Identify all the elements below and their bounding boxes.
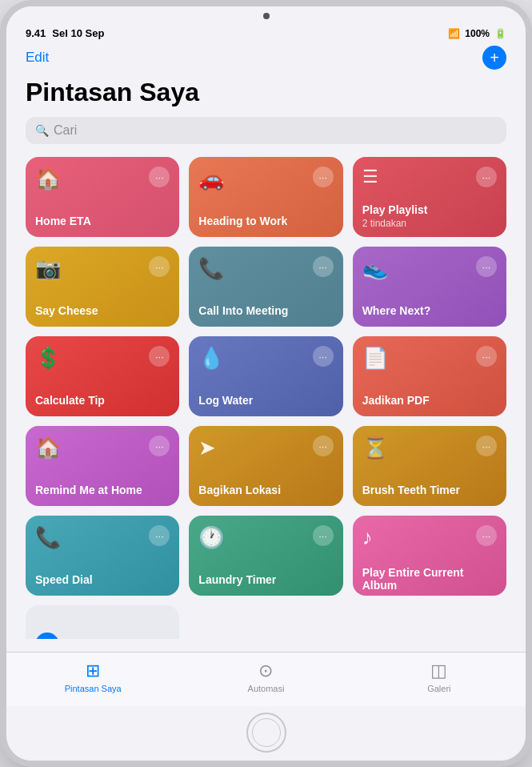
status-date: Sel 10 Sep [52, 27, 104, 39]
card-title-play-playlist: Play Playlist [362, 203, 497, 216]
card-icon-call-into-meeting: 📞 [198, 256, 224, 281]
card-title-say-cheese: Say Cheese [35, 304, 170, 317]
home-button-inner [252, 718, 281, 747]
edit-button[interactable]: Edit [26, 50, 49, 66]
shortcut-card-home-eta[interactable]: 🏠 ··· Home ETA [26, 157, 179, 237]
plus-icon: + [490, 49, 499, 67]
card-title-where-next: Where Next? [362, 304, 497, 317]
page-title: Pintasan Saya [6, 78, 526, 117]
card-icon-bagikan-lokasi: ➤ [198, 436, 216, 460]
card-more-heading-to-work[interactable]: ··· [313, 167, 334, 187]
card-more-speed-dial[interactable]: ··· [149, 525, 170, 546]
create-shortcut-card[interactable]: + Buat Pintasan [26, 605, 179, 639]
card-title-brush-teeth-timer: Brush Teeth Timer [362, 484, 497, 496]
card-title-speed-dial: Speed Dial [35, 573, 170, 586]
shortcut-card-heading-to-work[interactable]: 🚗 ··· Heading to Work [189, 157, 342, 237]
battery-status: 100% [465, 28, 490, 39]
card-icon-home-eta: 🏠 [35, 167, 61, 191]
card-icon-remind-me-at-home: 🏠 [35, 436, 61, 460]
card-more-bagikan-lokasi[interactable]: ··· [313, 436, 334, 456]
add-button[interactable]: + [482, 46, 506, 70]
home-button[interactable] [246, 713, 286, 753]
shortcuts-grid: 🏠 ··· Home ETA 🚗 ··· Heading to Work [6, 157, 526, 639]
top-nav: Edit + [6, 42, 526, 78]
card-title-log-water: Log Water [198, 394, 333, 407]
tab-automation[interactable]: ⊙ Automasi [179, 661, 352, 693]
card-icon-where-next: 👟 [362, 256, 388, 281]
wifi-icon: 📶 [448, 28, 460, 39]
shortcut-card-laundry-timer[interactable]: 🕐 ··· Laundry Timer [189, 516, 342, 596]
card-icon-brush-teeth-timer: ⏳ [362, 436, 388, 460]
card-more-call-into-meeting[interactable]: ··· [313, 256, 334, 277]
shortcut-card-log-water[interactable]: 💧 ··· Log Water [189, 336, 342, 416]
card-title-home-eta: Home ETA [35, 215, 170, 227]
card-title-bagikan-lokasi: Bagikan Lokasi [198, 484, 333, 496]
shortcut-card-play-entire-current-album[interactable]: ♪ ··· Play Entire Current Album [353, 516, 506, 596]
status-time: 9.41 [26, 27, 46, 39]
card-icon-heading-to-work: 🚗 [198, 167, 224, 191]
card-icon-speed-dial: 📞 [35, 525, 61, 550]
card-icon-jadikan-pdf: 📄 [362, 346, 388, 371]
card-icon-calculate-tip: 💲 [35, 346, 61, 371]
card-icon-say-cheese: 📷 [35, 256, 61, 281]
card-more-brush-teeth-timer[interactable]: ··· [476, 436, 497, 456]
card-more-home-eta[interactable]: ··· [149, 167, 170, 187]
shortcut-card-say-cheese[interactable]: 📷 ··· Say Cheese [26, 247, 179, 327]
card-title-jadikan-pdf: Jadikan PDF [362, 394, 497, 407]
tab-gallery[interactable]: ◫ Galeri [353, 661, 526, 693]
card-title-calculate-tip: Calculate Tip [35, 394, 170, 407]
card-title-call-into-meeting: Call Into Meeting [198, 304, 333, 317]
card-more-jadikan-pdf[interactable]: ··· [476, 346, 497, 367]
card-title-laundry-timer: Laundry Timer [198, 573, 333, 586]
shortcut-card-calculate-tip[interactable]: 💲 ··· Calculate Tip [26, 336, 179, 416]
shortcut-card-play-playlist[interactable]: ☰ ··· Play Playlist 2 tindakan [353, 157, 506, 237]
shortcut-card-where-next[interactable]: 👟 ··· Where Next? [353, 247, 506, 327]
search-input[interactable]: Cari [54, 123, 77, 138]
tab-label-automation: Automasi [248, 684, 285, 693]
card-more-calculate-tip[interactable]: ··· [149, 346, 170, 367]
card-more-laundry-timer[interactable]: ··· [313, 525, 334, 546]
tab-my-shortcuts[interactable]: ⊞ Pintasan Saya [6, 661, 179, 693]
search-icon: 🔍 [35, 124, 49, 137]
card-icon-play-playlist: ☰ [362, 167, 378, 187]
tab-icon-automation: ⊙ [258, 661, 273, 681]
create-plus-icon: + [35, 632, 59, 639]
battery-icon: 🔋 [494, 28, 506, 39]
tab-icon-gallery: ◫ [430, 661, 447, 681]
card-icon-play-entire-current-album: ♪ [362, 525, 373, 550]
shortcut-card-brush-teeth-timer[interactable]: ⏳ ··· Brush Teeth Timer [353, 426, 506, 506]
search-bar[interactable]: 🔍 Cari [26, 117, 506, 144]
card-title-heading-to-work: Heading to Work [198, 215, 333, 227]
card-more-play-entire-current-album[interactable]: ··· [476, 525, 497, 546]
card-more-play-playlist[interactable]: ··· [476, 167, 497, 187]
shortcut-card-bagikan-lokasi[interactable]: ➤ ··· Bagikan Lokasi [189, 426, 342, 506]
card-icon-log-water: 💧 [198, 346, 224, 371]
card-more-where-next[interactable]: ··· [476, 256, 497, 277]
card-icon-laundry-timer: 🕐 [198, 525, 224, 550]
shortcut-card-jadikan-pdf[interactable]: 📄 ··· Jadikan PDF [353, 336, 506, 416]
shortcut-card-remind-me-at-home[interactable]: 🏠 ··· Remind Me at Home [26, 426, 179, 506]
status-bar: 9.41 Sel 10 Sep 📶 100% 🔋 [6, 19, 526, 42]
card-more-log-water[interactable]: ··· [313, 346, 334, 367]
card-more-remind-me-at-home[interactable]: ··· [149, 436, 170, 456]
card-more-say-cheese[interactable]: ··· [149, 256, 170, 277]
card-subtitle-play-playlist: 2 tindakan [362, 218, 497, 229]
tab-label-my-shortcuts: Pintasan Saya [65, 684, 122, 693]
card-title-play-entire-current-album: Play Entire Current Album [362, 566, 497, 592]
tab-label-gallery: Galeri [427, 684, 450, 693]
shortcut-card-call-into-meeting[interactable]: 📞 ··· Call Into Meeting [189, 247, 342, 327]
card-title-remind-me-at-home: Remind Me at Home [35, 484, 170, 496]
shortcut-card-speed-dial[interactable]: 📞 ··· Speed Dial [26, 516, 179, 596]
tab-bar: ⊞ Pintasan Saya ⊙ Automasi ◫ Galeri [6, 652, 526, 706]
camera-dot [263, 13, 270, 19]
tab-icon-my-shortcuts: ⊞ [86, 661, 100, 681]
